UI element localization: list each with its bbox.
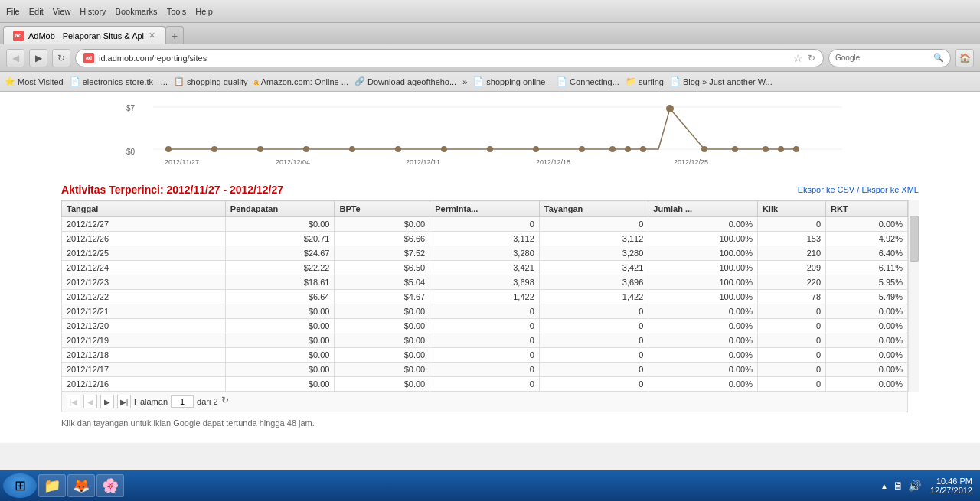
start-button[interactable]: ⊞ [3,473,37,498]
new-tab-button[interactable]: + [165,26,184,44]
col-header-klik[interactable]: Klik [757,201,825,217]
table-cell: 100.00% [648,275,758,290]
table-cell: 0 [757,348,825,363]
table-cell: 0 [757,304,825,319]
svg-point-11 [257,146,263,152]
bookmark-shopping-quality[interactable]: 📋 shopping quality [174,76,248,86]
bookmark-connecting[interactable]: 📄 Connecting... [557,76,619,86]
download-label: Download ageoftheho... [368,77,456,86]
search-bar[interactable]: Google 🔍 [828,49,951,67]
table-cell: 0 [757,333,825,348]
menu-view[interactable]: View [53,7,71,16]
table-wrapper: Tanggal Pendapatan BPTe Perminta... Taya… [61,200,919,392]
menu-bar[interactable]: File Edit View History Bookmarks Tools H… [6,7,213,16]
taskbar-app3[interactable]: 🌸 [96,474,124,497]
bookmark-shopping-online[interactable]: 📄 shopping online - [473,76,550,86]
menu-file[interactable]: File [6,7,20,16]
table-row: 2012/12/26$20.71$6.663,1123,112100.00%15… [62,232,908,246]
table-cell: $0.00 [225,304,335,319]
bookmark-surfing[interactable]: 📁 surfing [626,76,664,86]
bookmark-more[interactable]: » [462,77,467,86]
next-page-button[interactable]: ▶ [100,395,114,408]
export-csv-link[interactable]: Ekspor ke CSV [798,185,855,194]
table-scrollbar-thumb[interactable] [910,216,919,262]
reload-button[interactable]: ↻ [52,49,70,67]
bookmark-electronics[interactable]: 📄 electronics-store.tk - ... [70,76,168,86]
table-row: 2012/12/16$0.00$0.00000.00%00.00% [62,377,908,392]
table-cell: 5.95% [826,275,908,290]
svg-text:2012/12/11: 2012/12/11 [406,158,440,166]
table-cell: 2012/12/22 [62,290,226,304]
tray-monitor-icon[interactable]: 🖥 [893,480,903,492]
menu-tools[interactable]: Tools [167,7,187,16]
bookmark-blog[interactable]: 📄 Blog » Just another W... [670,76,773,86]
table-cell: $0.00 [335,333,430,348]
active-tab[interactable]: ad AdMob - Pelaporan Situs & Apl ✕ [3,26,165,44]
clock[interactable]: 10:46 PM 12/27/2012 [930,477,972,495]
home-button[interactable]: 🏠 [956,49,974,67]
svg-text:2012/11/27: 2012/11/27 [165,158,199,166]
table-cell: $0.00 [225,217,335,232]
prev-page-button[interactable]: ◀ [83,395,97,408]
tab-close-icon[interactable]: ✕ [149,31,155,41]
pagination-bar: |◀ ◀ ▶ ▶| Halaman dari 2 ↻ [61,392,908,412]
svg-point-12 [303,146,309,152]
section-header: Aktivitas Terperinci: 2012/11/27 - 2012/… [61,184,919,196]
menu-history[interactable]: History [80,7,106,16]
connecting-icon: 📄 [557,76,567,86]
refresh-icon[interactable]: ↻ [808,53,815,63]
bookmarks-bar: ⭐ Most Visited 📄 electronics-store.tk - … [0,72,980,92]
menu-bookmarks[interactable]: Bookmarks [116,7,158,16]
taskbar-file-explorer[interactable]: 📁 [38,474,66,497]
svg-point-27 [793,146,799,152]
export-xml-link[interactable]: Ekspor ke XML [861,185,919,194]
site-favicon: ad [83,53,94,63]
col-header-tayangan[interactable]: Tayangan [539,201,648,217]
col-header-bpte[interactable]: BPTe [335,201,430,217]
tray-volume-icon[interactable]: 🔊 [908,480,921,492]
table-cell: 100.00% [648,246,758,261]
last-page-button[interactable]: ▶| [117,395,131,408]
firefox-icon: 🦊 [73,477,90,494]
table-cell: 0 [539,348,648,363]
col-header-jumlah[interactable]: Jumlah ... [648,201,758,217]
taskbar-firefox[interactable]: 🦊 [67,474,95,497]
col-header-pendapatan[interactable]: Pendapatan [225,201,335,217]
back-button[interactable]: ◀ [6,49,24,67]
col-header-rkt[interactable]: RKT [826,201,908,217]
col-header-tanggal[interactable]: Tanggal [62,201,226,217]
search-magnifier-icon[interactable]: 🔍 [933,53,944,63]
pagination-refresh-icon[interactable]: ↻ [221,395,235,408]
taskbar: ⊞ 📁 🦊 🌸 ▲ 🖥 🔊 10:46 PM 12/27/2012 [0,470,980,501]
tray-show-hidden-icon[interactable]: ▲ [880,482,888,490]
table-cell: 0 [539,333,648,348]
bookmark-star-icon[interactable]: ☆ [793,52,803,64]
table-cell: $0.00 [225,333,335,348]
table-cell: 1,422 [430,290,540,304]
table-cell: 0.00% [826,304,908,319]
bookmark-amazon[interactable]: a Amazon.com: Online ... [254,77,348,86]
table-cell: $0.00 [335,348,430,363]
address-bar[interactable]: ad id.admob.com/reporting/sites ☆ ↻ [75,49,824,67]
table-cell: 3,112 [430,232,540,246]
col-header-perminta[interactable]: Perminta... [430,201,540,217]
bookmark-most-visited[interactable]: ⭐ Most Visited [5,76,64,86]
table-cell: 3,698 [430,275,540,290]
table-cell: 78 [757,290,825,304]
first-page-button[interactable]: |◀ [67,395,80,408]
table-cell: 0 [757,363,825,377]
table-cell: $7.52 [335,246,430,261]
table-cell: $24.67 [225,246,335,261]
table-cell: $22.22 [225,261,335,275]
svg-text:2012/12/25: 2012/12/25 [674,158,708,166]
page-number-input[interactable] [171,395,194,408]
menu-edit[interactable]: Edit [29,7,44,16]
surfing-label: surfing [639,77,664,86]
forward-button[interactable]: ▶ [29,49,47,67]
menu-help[interactable]: Help [195,7,213,16]
electronics-label: electronics-store.tk - ... [83,77,168,86]
table-cell: 210 [757,246,825,261]
bookmark-download[interactable]: 🔗 Download ageoftheho... [354,76,456,86]
table-scrollbar[interactable] [908,200,919,392]
download-icon: 🔗 [354,76,365,86]
